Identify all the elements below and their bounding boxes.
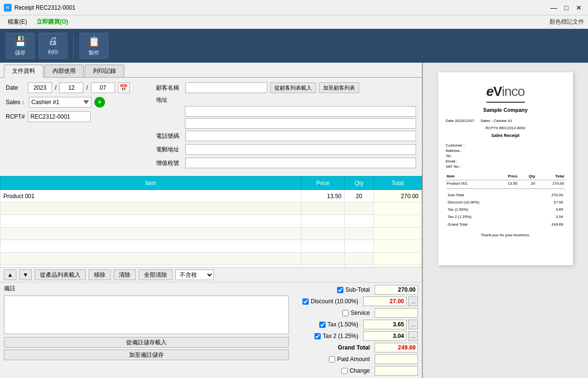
cell-item-2[interactable]: [0, 215, 301, 228]
receipt-grand-total-value: 249.69: [530, 221, 564, 228]
right-panel: eVinco Sample Company Date 2023/12/07 Sa…: [423, 63, 588, 378]
cell-total-2[interactable]: [374, 215, 422, 228]
minimize-button[interactable]: —: [549, 2, 559, 13]
receipt-discount-label: Discount (10.00%): [447, 199, 530, 205]
cell-item-5[interactable]: [0, 253, 301, 265]
phone-input[interactable]: [185, 131, 416, 141]
address-input-1[interactable]: [185, 106, 416, 117]
cell-qty-2[interactable]: [345, 215, 374, 228]
load-remarks-button[interactable]: 從備註儲存載入: [4, 337, 289, 348]
tax-option-select[interactable]: 不含稅: [175, 270, 214, 280]
cell-price-2[interactable]: [301, 215, 345, 228]
service-checkbox[interactable]: [342, 310, 349, 316]
print-button[interactable]: 🖨 列印: [39, 33, 67, 59]
calendar-button[interactable]: 📅: [118, 82, 130, 93]
save-icon: 💾: [14, 36, 26, 47]
discount-row: Discount (10.00%) 27.00 …: [293, 296, 418, 307]
email-input[interactable]: [185, 144, 416, 155]
receipt-tax2-row: Tax 2 (1.25%) 3.04: [447, 214, 564, 220]
discount-checkbox[interactable]: [302, 298, 309, 305]
cell-total-5[interactable]: [374, 253, 422, 265]
cell-item-1[interactable]: [0, 202, 301, 215]
change-row: Change: [293, 365, 418, 376]
tab-print-record[interactable]: 列印記錄: [85, 65, 124, 77]
cell-qty-1[interactable]: [345, 202, 374, 215]
paid-checkbox[interactable]: [329, 356, 335, 363]
cell-price-0[interactable]: 13.50: [301, 190, 345, 202]
grand-total-row: Grand Total 249.69: [293, 342, 418, 353]
clear-all-button[interactable]: 全部清除: [139, 270, 172, 280]
tax2-checkbox[interactable]: [314, 333, 321, 339]
add-to-list-button[interactable]: 加至顧客列表: [319, 82, 359, 93]
load-from-list-button[interactable]: 從顧客列表載入: [270, 82, 316, 93]
cell-total-3[interactable]: [374, 228, 422, 240]
cell-total-4[interactable]: [374, 240, 422, 253]
receipt-subtotal-value: 270.00: [530, 192, 564, 198]
window-title: Receipt REC2312-0001: [14, 4, 76, 11]
receipt-logo: eVinco: [446, 82, 565, 103]
table-row[interactable]: [0, 253, 422, 265]
tax1-checkbox[interactable]: [319, 322, 326, 328]
load-from-product-button[interactable]: 從產品列表載入: [35, 270, 86, 280]
menu-file[interactable]: 檔案(E): [4, 17, 31, 27]
close-button[interactable]: ✕: [574, 2, 584, 13]
sales-select[interactable]: Cashier #1: [29, 97, 91, 108]
make-label: 製作: [89, 49, 99, 56]
cell-item-3[interactable]: [0, 228, 301, 240]
subtotal-checkbox[interactable]: [337, 287, 343, 293]
maximize-button[interactable]: □: [561, 2, 572, 13]
clear-button[interactable]: 清除: [114, 270, 136, 280]
cell-qty-3[interactable]: [345, 228, 374, 240]
table-row[interactable]: Product 00113.5020270.00: [0, 190, 422, 202]
menu-buy-now[interactable]: 立即購買(O): [33, 17, 72, 27]
remarks-textarea[interactable]: [4, 296, 289, 334]
save-remarks-button[interactable]: 加至備註儲存: [4, 350, 289, 360]
change-checkbox[interactable]: [341, 368, 348, 374]
title-bar: R Receipt REC2312-0001 — □ ✕: [0, 0, 588, 15]
cell-qty-0[interactable]: 20: [345, 190, 374, 202]
tax2-value: 3.04: [363, 331, 406, 341]
rcpt-input[interactable]: [28, 111, 91, 122]
cell-qty-4[interactable]: [345, 240, 374, 253]
date-day-input[interactable]: [91, 82, 115, 93]
vat-label: 增值稅號: [156, 159, 183, 167]
receipt-sales: Sales : Cashier #1: [481, 119, 512, 123]
tax1-more-button[interactable]: …: [408, 320, 418, 329]
subtotal-label: Sub-Total: [345, 286, 370, 293]
cell-price-1[interactable]: [301, 202, 345, 215]
receipt-grand-total-row: Grand Total 249.69: [447, 221, 564, 228]
cell-price-3[interactable]: [301, 228, 345, 240]
cell-qty-5[interactable]: [345, 253, 374, 265]
receipt-email-line: Email :: [446, 159, 565, 164]
vat-input[interactable]: [185, 158, 416, 168]
cell-total-0[interactable]: 270.00: [374, 190, 422, 202]
make-button[interactable]: 📋 製作: [79, 33, 108, 59]
table-row[interactable]: [0, 240, 422, 253]
table-row[interactable]: [0, 228, 422, 240]
cell-item-0[interactable]: Product 001: [0, 190, 301, 202]
cell-item-4[interactable]: [0, 240, 301, 253]
tax2-more-button[interactable]: …: [408, 331, 418, 341]
header-item: Item: [0, 176, 301, 190]
remove-button[interactable]: 移除: [89, 270, 111, 280]
tab-internal-use[interactable]: 內部使用: [44, 65, 84, 77]
receipt-title: Sales Receipt: [446, 133, 565, 139]
cell-price-4[interactable]: [301, 240, 345, 253]
table-row[interactable]: [0, 215, 422, 228]
cell-total-1[interactable]: [374, 202, 422, 215]
date-month-input[interactable]: [59, 82, 83, 93]
address-input-2[interactable]: [185, 118, 416, 129]
add-sales-button[interactable]: +: [94, 97, 105, 108]
table-row[interactable]: [0, 202, 422, 215]
cell-price-5[interactable]: [301, 253, 345, 265]
nav-up-button[interactable]: ▲: [4, 270, 16, 280]
nav-down-button[interactable]: ▼: [19, 270, 32, 280]
receipt-item-qty: 20: [518, 180, 536, 187]
remarks-label: 備註: [4, 284, 289, 293]
receipt-discount-row: Discount (10.00%) 27.00: [447, 199, 564, 205]
customer-name-input[interactable]: [185, 82, 267, 93]
discount-more-button[interactable]: …: [408, 297, 418, 306]
save-button[interactable]: 💾 儲存: [6, 33, 35, 59]
tab-document-data[interactable]: 文件資料: [4, 65, 43, 78]
date-year-input[interactable]: [28, 82, 52, 93]
